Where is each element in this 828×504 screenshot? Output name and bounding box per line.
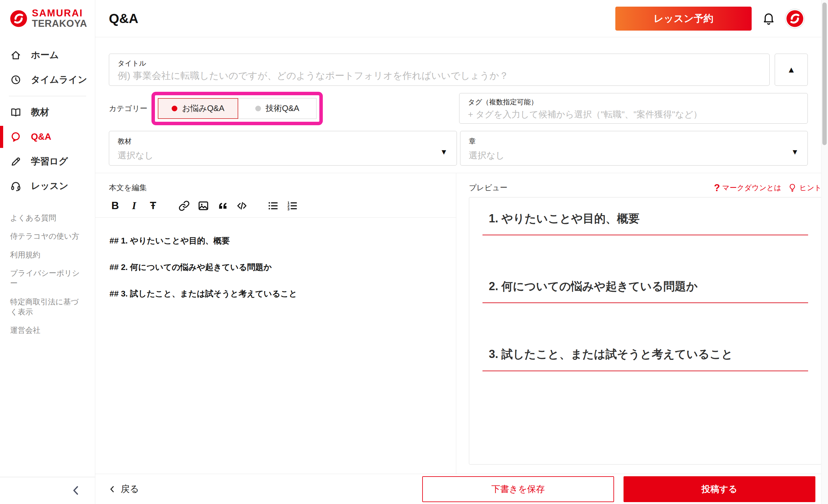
- blockquote-icon: [217, 200, 229, 212]
- link-how-to-use[interactable]: 侍テラコヤの使い方: [10, 231, 84, 241]
- link-privacy-policy[interactable]: プライバシーポリシー: [10, 268, 84, 288]
- material-select[interactable]: 教材 選択なし ▼: [109, 131, 457, 166]
- code-button[interactable]: [236, 199, 248, 212]
- category-option-onayami[interactable]: お悩みQ&A: [158, 98, 238, 119]
- preview-label: プレビュー: [469, 183, 507, 193]
- sidebar-collapse-icon[interactable]: [70, 484, 82, 497]
- editor-label: 本文を編集: [95, 183, 456, 193]
- preview-header: プレビュー ? マークダウンとは ヒント: [469, 183, 822, 193]
- editor-pane: 本文を編集 B I Ŧ: [95, 173, 456, 474]
- chevron-left-icon: [108, 485, 117, 494]
- page-title: Q&A: [109, 11, 138, 26]
- sidebar-item-home[interactable]: ホーム: [0, 43, 95, 67]
- category-option-label: 技術Q&A: [266, 103, 299, 114]
- sidebar-item-lesson[interactable]: レッスン: [0, 174, 95, 198]
- notification-bell-icon[interactable]: [762, 12, 776, 26]
- editor-line: ## 3. 試したこと、または試そうと考えていること: [110, 289, 443, 299]
- markdown-help-link[interactable]: ? マークダウンとは: [714, 183, 782, 193]
- back-button[interactable]: 戻る: [108, 483, 139, 496]
- image-icon: [198, 200, 209, 212]
- preview-heading: 1. やりたいことや目的、概要: [483, 212, 808, 235]
- bullet-list-icon: [267, 200, 279, 212]
- sidebar: SAMURAI TERAKOYA ホーム タイムライン 教材 Q&A: [0, 0, 95, 504]
- category-tag-row: カテゴリー お悩みQ&A 技術Q&A: [109, 93, 808, 124]
- strikethrough-button[interactable]: Ŧ: [148, 199, 159, 212]
- link-icon: [178, 200, 190, 212]
- header-actions: レッスン予約: [615, 7, 804, 31]
- form-footer: 戻る 下書きを保存 投稿する: [95, 474, 828, 504]
- question-mark-icon: ?: [714, 183, 720, 193]
- tag-cell: タグ（複数指定可能）: [459, 93, 808, 124]
- editor-line: ## 2. 何についての悩みや起きている問題か: [110, 262, 443, 272]
- scrollbar-thumb[interactable]: [822, 3, 827, 145]
- caret-down-icon: ▼: [791, 148, 799, 156]
- footer-buttons: 下書きを保存 投稿する: [422, 476, 815, 502]
- material-value: 選択なし: [118, 149, 448, 162]
- sidebar-item-label: 学習ログ: [31, 155, 68, 168]
- tag-field[interactable]: タグ（複数指定可能）: [459, 93, 808, 124]
- italic-button[interactable]: I: [128, 199, 140, 212]
- user-avatar[interactable]: [786, 9, 804, 28]
- pencil-icon: [10, 156, 22, 167]
- app-window: SAMURAI TERAKOYA ホーム タイムライン 教材 Q&A: [0, 0, 828, 504]
- chapter-value: 選択なし: [469, 149, 799, 162]
- chapter-select[interactable]: 章 選択なし ▼: [460, 131, 808, 166]
- clock-icon: [10, 74, 22, 86]
- category-label: カテゴリー: [109, 103, 152, 113]
- sidebar-item-materials[interactable]: 教材: [0, 100, 95, 125]
- samurai-logo-icon: [9, 9, 28, 28]
- sidebar-item-label: レッスン: [31, 180, 69, 192]
- lesson-reserve-button[interactable]: レッスン予約: [615, 7, 752, 31]
- sidebar-bottom-bar: [0, 477, 95, 504]
- preview-heading: 2. 何についての悩みや起きている問題か: [483, 279, 808, 303]
- back-label: 戻る: [121, 483, 139, 496]
- brand-name-bottom: TERAKOYA: [32, 18, 87, 29]
- category-option-gijutsu[interactable]: 技術Q&A: [238, 98, 317, 119]
- qa-bubble-icon: [10, 131, 22, 143]
- title-field[interactable]: タイトル: [109, 54, 770, 86]
- link-faq[interactable]: よくある質問: [10, 213, 84, 223]
- page-header: Q&A レッスン予約: [95, 0, 828, 37]
- sidebar-item-label: Q&A: [31, 132, 51, 142]
- radio-unselected-icon: [255, 106, 261, 111]
- submit-button[interactable]: 投稿する: [624, 476, 815, 502]
- numbered-list-icon: 123: [287, 200, 298, 212]
- quote-button[interactable]: [217, 199, 229, 212]
- brand-name-top: SAMURAI: [32, 8, 87, 18]
- markdown-help-label: マークダウンとは: [722, 183, 782, 193]
- image-button[interactable]: [198, 199, 209, 212]
- sidebar-item-learning-log[interactable]: 学習ログ: [0, 149, 95, 174]
- numbered-list-button[interactable]: 123: [287, 199, 298, 212]
- sidebar-item-label: 教材: [31, 106, 49, 119]
- tag-input[interactable]: [468, 109, 799, 120]
- material-chapter-row: 教材 選択なし ▼ 章 選択なし ▼: [109, 131, 808, 166]
- sidebar-nav: ホーム タイムライン 教材 Q&A 学習ログ レッスン: [0, 43, 95, 198]
- preview-heading: 3. 試したこと、または試そうと考えていること: [483, 347, 808, 371]
- question-form: タイトル ▲ カテゴリー お悩みQ&A: [95, 37, 828, 173]
- sidebar-item-timeline[interactable]: タイムライン: [0, 67, 95, 92]
- markdown-preview: 1. やりたいことや目的、概要 2. 何についての悩みや起きている問題か 3. …: [469, 197, 822, 465]
- bullet-list-button[interactable]: [267, 199, 279, 212]
- page-scrollbar[interactable]: [821, 0, 828, 504]
- home-icon: [10, 49, 22, 61]
- code-icon: [236, 200, 248, 212]
- main-area: Q&A レッスン予約 タイトル ▲: [95, 0, 828, 504]
- sidebar-item-qa[interactable]: Q&A: [0, 125, 95, 149]
- link-terms[interactable]: 利用規約: [10, 250, 84, 260]
- title-input[interactable]: [118, 70, 761, 81]
- save-draft-button[interactable]: 下書きを保存: [422, 476, 614, 502]
- svg-text:3: 3: [287, 207, 289, 211]
- link-company[interactable]: 運営会社: [10, 325, 84, 335]
- link-button[interactable]: [178, 199, 190, 212]
- bold-button[interactable]: B: [110, 199, 121, 212]
- headset-icon: [10, 180, 22, 192]
- brand-logo[interactable]: SAMURAI TERAKOYA: [0, 0, 95, 29]
- category-field: カテゴリー お悩みQ&A 技術Q&A: [109, 93, 459, 124]
- title-label: タイトル: [118, 59, 761, 68]
- hint-link[interactable]: ヒント: [788, 183, 822, 193]
- link-commercial-law[interactable]: 特定商取引法に基づく表示: [10, 297, 84, 317]
- markdown-editor[interactable]: ## 1. やりたいことや目的、概要 ## 2. 何についての悩みや起きている問…: [95, 218, 456, 299]
- caret-down-icon: ▼: [440, 148, 448, 156]
- form-collapse-button[interactable]: ▲: [775, 54, 808, 86]
- preview-pane: プレビュー ? マークダウンとは ヒント 1. やりたいことや目的、概要: [456, 173, 828, 474]
